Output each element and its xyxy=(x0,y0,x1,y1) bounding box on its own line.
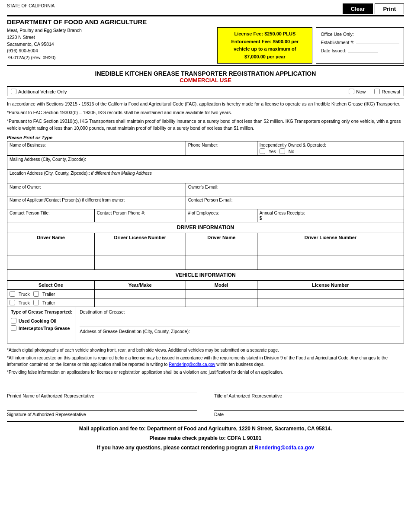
gross-receipts-label: Annual Gross Receipts: xyxy=(260,211,401,215)
truck-label1: Truck xyxy=(19,292,30,297)
dest-input[interactable] xyxy=(80,318,400,323)
contact-email-label: Contact Person E-mail: xyxy=(188,198,401,202)
state-label: STATE OF CALIFORNIA xyxy=(7,3,55,8)
owner-name-input[interactable] xyxy=(10,189,183,195)
interceptor-trap-label: Interceptor/Trap Grease xyxy=(19,326,70,331)
driver3-name-input[interactable] xyxy=(10,257,92,263)
driver-col4: Driver License Number xyxy=(257,233,404,242)
rendering-link2[interactable]: Rendering@cdfa.ca.gov xyxy=(255,445,314,451)
vehicle2-trailer-checkbox[interactable] xyxy=(33,300,39,305)
mail-section: Mail application and fee to: Department … xyxy=(7,421,404,452)
vehicle-col1: Select One xyxy=(7,281,95,290)
vehicle2-model-input[interactable] xyxy=(188,300,255,305)
driver1-license-input[interactable] xyxy=(97,244,183,249)
vehicle-col2: Year/Make xyxy=(94,281,186,290)
header-address: Meat, Poultry and Egg Safety Branch 1220… xyxy=(7,27,214,64)
interceptor-trap-checkbox[interactable] xyxy=(11,325,16,331)
mail-line3: If you have any questions, please contac… xyxy=(7,443,404,453)
mailing-address-label: Mailing Address (City, County, Zipcode): xyxy=(10,157,401,162)
address-dest-input[interactable] xyxy=(80,336,400,341)
additional-vehicle-label: Additional Vehicle Only xyxy=(18,89,67,94)
no-label: No xyxy=(289,149,294,154)
contact-email-input[interactable] xyxy=(188,202,401,208)
business-name-label: Name of Business: xyxy=(10,143,183,147)
signature-section2: Signature of Authorized Representative D… xyxy=(7,403,404,417)
title-section: INEDIBLE KITCHEN GREASE TRANSPORTER REGI… xyxy=(7,70,404,83)
phone-label: Phone Number: xyxy=(188,143,255,147)
dest-label: Destination of Grease: xyxy=(80,309,400,314)
phone-input[interactable] xyxy=(188,147,255,153)
date-label: Date xyxy=(214,412,404,417)
yes-checkbox[interactable] xyxy=(260,148,265,154)
additional-vehicle-checkbox[interactable] xyxy=(11,89,16,94)
driver2-name-input[interactable] xyxy=(188,244,255,249)
owner-email-input[interactable] xyxy=(188,189,401,195)
driver3-license-input[interactable] xyxy=(97,257,183,263)
independently-owned-label: Independently Owned & Operated: xyxy=(260,143,401,147)
renewal-checkbox[interactable] xyxy=(374,89,380,94)
vehicle-col3: Model xyxy=(186,281,257,290)
print-button[interactable]: Print xyxy=(375,3,404,14)
grease-section: Type of Grease Transported: Used Cooking… xyxy=(7,307,404,343)
mailing-address-input[interactable] xyxy=(10,162,401,167)
contact-phone-label: Contact Person Phone #: xyxy=(97,211,183,215)
owner-name-label: Name of Owner: xyxy=(10,185,183,189)
driver2-license-input[interactable] xyxy=(260,244,401,249)
options-row: Additional Vehicle Only New Renewal xyxy=(7,86,404,96)
used-cooking-oil-label: Used Cooking Oil xyxy=(19,318,57,324)
vehicle-col4: License Number xyxy=(257,281,404,290)
no-checkbox[interactable] xyxy=(279,148,285,154)
clear-button[interactable]: Clear xyxy=(343,3,373,14)
renewal-label: Renewal xyxy=(382,89,400,94)
vehicle1-trailer-checkbox[interactable] xyxy=(33,291,39,297)
vehicle2-year-make-input[interactable] xyxy=(97,300,183,305)
driver4-license-input[interactable] xyxy=(260,257,401,263)
truck-label2: Truck xyxy=(19,300,30,305)
intro-paragraphs: In accordance with Sections 19215 - 1931… xyxy=(7,99,404,131)
driver1-name-input[interactable] xyxy=(10,244,92,249)
location-address-input[interactable] xyxy=(10,176,401,181)
vehicle2-license-input[interactable] xyxy=(260,300,401,305)
grease-type-label: Type of Grease Transported: xyxy=(11,309,72,314)
driver-col2: Driver License Number xyxy=(94,233,186,242)
fee-box: License Fee: $250.00 PLUS Enforcement Fe… xyxy=(217,27,312,64)
gross-receipts-input[interactable] xyxy=(263,215,401,221)
contact-title-input[interactable] xyxy=(10,215,92,221)
driver-col1: Driver Name xyxy=(7,233,95,242)
vehicle2-truck-checkbox[interactable] xyxy=(10,300,15,305)
footnotes-section: *Attach digital photographs of each vehi… xyxy=(7,347,404,375)
owner-email-label: Owner's E-mail: xyxy=(188,185,401,189)
business-name-input[interactable] xyxy=(10,147,183,153)
office-use-box: Office Use Only: Establishment #: Date I… xyxy=(316,27,404,64)
dept-name: DEPARTMENT OF FOOD AND AGRICULTURE xyxy=(7,18,404,26)
signature-label: Signature of Authorized Representative xyxy=(7,412,197,417)
contact-title-label: Contact Person Title: xyxy=(10,211,92,215)
contact-phone-input[interactable] xyxy=(97,215,183,221)
yes-label: Yes xyxy=(269,149,276,154)
vehicle-info-title: VEHICLE INFORMATION xyxy=(175,272,235,278)
rendering-link1[interactable]: Rendering@cdfa.ca.gov xyxy=(169,362,215,367)
driver-info-title: DRIVER INFORMATION xyxy=(177,224,234,231)
driver4-name-input[interactable] xyxy=(188,257,255,263)
mail-line1: Mail application and fee to: Department … xyxy=(7,424,404,434)
vehicle1-year-make-input[interactable] xyxy=(97,291,183,296)
vehicle1-license-input[interactable] xyxy=(260,291,401,296)
new-label: New xyxy=(356,89,366,94)
printed-name-label: Printed Name of Authorized Representativ… xyxy=(7,393,197,398)
trailer-label2: Trailer xyxy=(42,300,55,305)
applicant-name-input[interactable] xyxy=(10,202,183,208)
new-checkbox[interactable] xyxy=(349,89,354,94)
dollar-sign: $ xyxy=(260,215,262,221)
employees-input[interactable] xyxy=(188,215,255,221)
print-type-label: Please Print or Type xyxy=(7,135,404,140)
title-auth-label: Title of Authorized Representative xyxy=(214,393,404,398)
employees-label: # of Employees: xyxy=(188,211,255,215)
used-cooking-oil-checkbox[interactable] xyxy=(11,318,16,324)
signature-section: Printed Name of Authorized Representativ… xyxy=(7,384,404,398)
vehicle1-model-input[interactable] xyxy=(188,291,255,296)
mail-line2: Please make check payable to: CDFA L 901… xyxy=(7,434,404,443)
applicant-name-label: Name of Applicant/Contact Person(s) if d… xyxy=(10,198,183,202)
address-dest-label: Address of Grease Destination (City, Cou… xyxy=(80,329,400,334)
vehicle1-truck-checkbox[interactable] xyxy=(10,291,15,297)
driver-col3: Driver Name xyxy=(186,233,257,242)
